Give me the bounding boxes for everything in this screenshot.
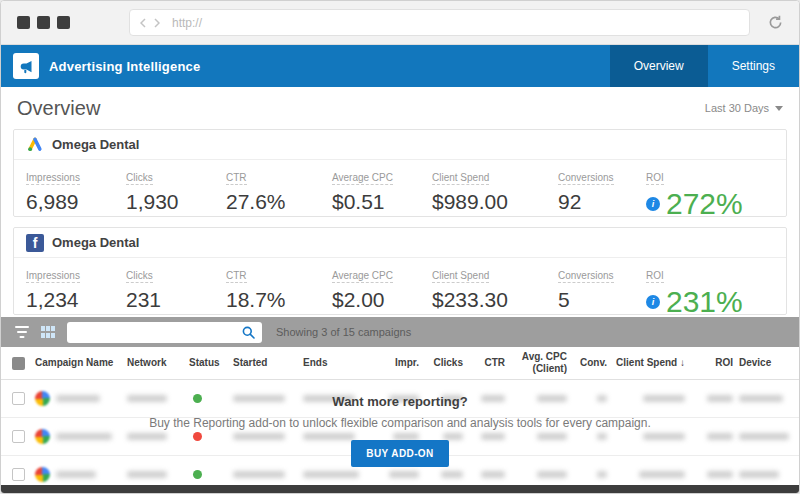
redacted-cell-text: [597, 471, 607, 478]
redacted-cell-text: [127, 471, 167, 478]
table-toolbar: Showing 3 of 15 campaigns: [1, 317, 799, 347]
metric-clicks: Clicks 1,930: [126, 167, 226, 221]
app-title: Advertising Intelligence: [49, 59, 200, 74]
redacted-cell-text: [389, 471, 419, 478]
tab-overview[interactable]: Overview: [610, 45, 708, 87]
browser-back-button[interactable]: [17, 16, 30, 29]
megaphone-app-logo-icon: [13, 53, 39, 79]
metric-label: Conversions: [558, 270, 614, 283]
columns-grid-icon[interactable]: [41, 326, 55, 338]
metric-label: CTR: [226, 270, 247, 283]
showing-campaigns-text: Showing 3 of 15 campaigns: [276, 326, 411, 338]
info-icon[interactable]: i: [646, 197, 660, 211]
reporting-upsell-overlay: Want more reporting? Buy the Reporting a…: [1, 394, 799, 467]
metric-value: $989.00: [432, 190, 558, 214]
url-bar[interactable]: [129, 9, 750, 36]
column-header-client-spend[interactable]: Client Spend ↓: [613, 357, 691, 370]
metric-conversions: Conversions 5: [558, 265, 646, 319]
browser-menu-button[interactable]: [57, 16, 70, 29]
metric-clicks: Clicks 231: [126, 265, 226, 319]
metric-value: 92: [558, 190, 646, 214]
metric-label: ROI: [646, 172, 664, 185]
column-header-label: Client Spend: [616, 357, 677, 368]
metric-value: 1,930: [126, 190, 226, 214]
redacted-cell-text: [303, 471, 359, 478]
metric-client-spend: Client Spend $233.30: [432, 265, 558, 319]
column-header-status[interactable]: Status: [189, 357, 233, 370]
date-range-label: Last 30 Days: [705, 102, 769, 114]
metrics-row: Impressions 1,234 Clicks 231 CTR 18.7% A…: [14, 258, 786, 319]
metric-label: Conversions: [558, 172, 614, 185]
app-window: Advertising Intelligence Overview Settin…: [0, 0, 800, 494]
search-icon[interactable]: [242, 326, 255, 339]
column-header-started[interactable]: Started: [233, 357, 303, 370]
column-header-clicks[interactable]: Clicks: [425, 357, 469, 370]
roi-value: 272%: [666, 187, 743, 221]
redacted-cell-text: [233, 471, 285, 478]
bottom-bar: [1, 485, 799, 493]
roi-value: 231%: [666, 285, 743, 319]
buy-add-on-button[interactable]: BUY ADD-ON: [351, 440, 448, 467]
browser-forward-button[interactable]: [37, 16, 50, 29]
tab-settings[interactable]: Settings: [708, 45, 799, 87]
metric-label: Clicks: [126, 270, 153, 283]
redacted-cell-text: [481, 471, 505, 478]
metric-label: Client Spend: [432, 270, 489, 283]
info-icon[interactable]: i: [646, 295, 660, 309]
column-header-ends[interactable]: Ends: [303, 357, 373, 370]
metric-label: Impressions: [26, 172, 80, 185]
metric-value: 231: [126, 288, 226, 312]
chevron-down-icon: [775, 106, 783, 111]
column-header-impressions[interactable]: Impr.: [373, 357, 425, 370]
metric-value: $0.51: [332, 190, 432, 214]
column-header-device[interactable]: Device: [739, 357, 800, 370]
metric-roi: ROI i 231%: [646, 265, 774, 319]
metric-value: 18.7%: [226, 288, 332, 312]
redacted-cell-text: [441, 471, 463, 478]
campaign-search-input[interactable]: [74, 326, 242, 338]
filter-icon[interactable]: [15, 326, 29, 338]
column-header-network[interactable]: Network: [127, 357, 189, 370]
google-ads-icon: [26, 136, 44, 154]
column-header-campaign-name[interactable]: Campaign Name: [35, 357, 127, 370]
column-header-avg-cpc[interactable]: Avg. CPC (Client): [511, 351, 573, 376]
table-header-row: Campaign Name Network Status Started End…: [1, 347, 799, 380]
metric-label: Average CPC: [332, 270, 393, 283]
card-header: f Omega Dental: [14, 228, 786, 258]
metric-impressions: Impressions 6,989: [26, 167, 126, 221]
column-header-conversions[interactable]: Conv.: [573, 357, 613, 370]
google-network-icon: [35, 467, 50, 482]
redacted-cell-text: [739, 471, 779, 478]
redacted-cell-text: [639, 471, 685, 478]
redacted-cell-text: [707, 471, 733, 478]
date-range-dropdown[interactable]: Last 30 Days: [705, 102, 783, 114]
account-name: Omega Dental: [52, 137, 139, 152]
header-tabs: Overview Settings: [610, 45, 799, 87]
metric-average-cpc: Average CPC $0.51: [332, 167, 432, 221]
metric-value: 27.6%: [226, 190, 332, 214]
refresh-icon[interactable]: [768, 15, 783, 30]
browser-chrome: [1, 1, 799, 45]
metric-value: 5: [558, 288, 646, 312]
metric-value: 6,989: [26, 190, 126, 214]
select-all-checkbox[interactable]: [12, 357, 25, 370]
metric-conversions: Conversions 92: [558, 167, 646, 221]
metric-label: Average CPC: [332, 172, 393, 185]
metric-impressions: Impressions 1,234: [26, 265, 126, 319]
metric-ctr: CTR 18.7%: [226, 265, 332, 319]
column-header-roi[interactable]: ROI: [691, 357, 739, 370]
account-summary-card-facebook: f Omega Dental Impressions 1,234 Clicks …: [13, 227, 787, 315]
upsell-title: Want more reporting?: [1, 394, 799, 409]
status-dot: [193, 470, 202, 479]
url-input[interactable]: [172, 16, 739, 30]
redacted-cell-text: [537, 471, 567, 478]
metric-average-cpc: Average CPC $2.00: [332, 265, 432, 319]
row-checkbox[interactable]: [12, 468, 25, 481]
column-header-ctr[interactable]: CTR: [469, 357, 511, 370]
campaign-search-box[interactable]: [67, 322, 262, 343]
metric-value: $2.00: [332, 288, 432, 312]
metric-roi: ROI i 272%: [646, 167, 774, 221]
metric-label: ROI: [646, 270, 664, 283]
account-name: Omega Dental: [52, 235, 139, 250]
metrics-row: Impressions 6,989 Clicks 1,930 CTR 27.6%…: [14, 160, 786, 221]
